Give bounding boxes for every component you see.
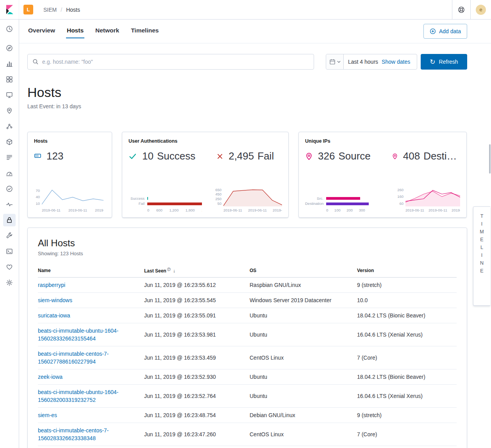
timeline-letter: N (480, 260, 484, 266)
x-tick: 2019-06-11 (95, 208, 104, 212)
breadcrumb-siem[interactable]: SIEM (43, 7, 57, 13)
siem-tab-bar: Overview Hosts Network Timelines Add dat… (19, 20, 491, 43)
host-link[interactable]: beats-ci-immutable-ubuntu-1604-156028332… (38, 328, 118, 342)
sidebar-item-machine-learning[interactable] (3, 120, 16, 133)
success-count: 10 (142, 150, 154, 162)
kpi-card-hosts: Hosts 123 70 40 10 2019 (27, 132, 112, 218)
x-tick: 0 (326, 208, 328, 212)
calendar-button[interactable] (326, 54, 344, 69)
sidebar-item-management[interactable] (3, 276, 16, 289)
auth-area-chart: 650 450 250 50 2019-06-11 2019-06-11 201… (214, 188, 282, 212)
sort-descending-icon: ↓ (173, 268, 175, 274)
console-icon (6, 248, 13, 255)
page-subtitle: Last Event: in 13 days (27, 103, 81, 109)
cross-icon (216, 153, 223, 160)
sidebar-item-discover[interactable] (3, 42, 16, 54)
kibana-logo[interactable] (0, 0, 19, 19)
source-bar (326, 197, 360, 200)
time-range-label: Last 4 hours (348, 59, 378, 65)
timeline-letter: I (481, 221, 482, 227)
host-link[interactable]: suricata-iowa (38, 312, 70, 319)
x-tick: 1,800 (186, 208, 195, 212)
column-header-name: Name (38, 263, 144, 278)
last-seen-cell: Jun 11, 2019 @ 16:23:53.459 (144, 346, 250, 369)
y-tick: 10 (36, 202, 40, 206)
sidebar-item-console[interactable] (3, 245, 16, 258)
x-tick: 2019-06-11 (405, 208, 424, 212)
source-count: 326 (318, 150, 335, 162)
sidebar-item-uptime[interactable] (3, 183, 16, 195)
refresh-button[interactable]: ↻ Refresh (421, 54, 467, 70)
show-dates-link[interactable]: Show dates (382, 59, 410, 65)
kpi-card-unique-ips: Unique IPs 326Source 408Destination Src. (298, 132, 467, 218)
y-tick: 50 (217, 202, 221, 206)
ips-sparkline (405, 188, 460, 206)
tab-network[interactable]: Network (95, 25, 120, 38)
sidebar-item-maps[interactable] (3, 104, 16, 117)
x-tick: 2019-06-11 (42, 208, 61, 212)
kpi-cards-row: Hosts 123 70 40 10 2019 (27, 132, 467, 218)
host-link[interactable]: beats-ci-immutable-centos-7-156028332662… (38, 427, 109, 441)
scrollbar-thumb[interactable] (489, 144, 491, 174)
time-range-field[interactable]: Last 4 hours Show dates (344, 54, 417, 69)
table-row: beats-ci-immutable-centos-7-156028332662… (38, 423, 457, 446)
host-link[interactable]: siem-es (38, 412, 57, 418)
x-tick: 100 (334, 208, 341, 212)
sidebar-item-siem[interactable] (3, 214, 16, 226)
host-link[interactable]: beats-ci-immutable-centos-7-156027788616… (38, 351, 109, 365)
add-data-button[interactable]: Add data (423, 24, 467, 39)
column-header-version: Version (357, 263, 457, 278)
user-avatar[interactable]: e (476, 5, 486, 15)
apm-icon (6, 170, 13, 177)
fail-count: 2,495 (229, 150, 254, 162)
table-row: beats-ci-immutable-ubuntu-1604-156028200… (38, 385, 457, 408)
host-link[interactable]: raspberrypi (38, 282, 65, 288)
column-header-last-seen[interactable]: Last Seenⓘ↓ (144, 263, 250, 278)
x-tick: 2019-06-11 (68, 208, 87, 212)
tab-overview[interactable]: Overview (27, 25, 56, 38)
sidebar-item-apm[interactable] (3, 167, 16, 179)
sidebar-item-heartbeat[interactable] (3, 198, 16, 211)
breadcrumb-current: Hosts (66, 7, 80, 13)
search-icon (32, 59, 39, 65)
y-tick: 650 (215, 188, 221, 192)
y-tick: 250 (215, 197, 221, 201)
last-seen-cell: Jun 11, 2019 @ 16:23:53.981 (144, 323, 250, 346)
success-label: Success (157, 150, 195, 162)
tab-hosts[interactable]: Hosts (66, 25, 84, 38)
sidebar-item-visualize[interactable] (3, 57, 16, 70)
ips-line-chart: 260 160 60 2019-06-11 2019-06-11 2019-06… (396, 188, 460, 212)
column-header-os: OS (250, 263, 357, 278)
sidebar-item-recently-viewed[interactable] (3, 23, 16, 35)
sidebar-item-logs[interactable] (3, 151, 16, 164)
table-row: beats-ci-immutable-ubuntu-1604-156028332… (38, 323, 457, 346)
os-cell: Ubuntu (250, 385, 357, 408)
destination-count: 408 (403, 150, 420, 162)
sidebar-item-infrastructure[interactable] (3, 136, 16, 148)
search-input[interactable] (42, 59, 309, 65)
calendar-icon (329, 59, 336, 65)
all-hosts-title: All Hosts (38, 237, 457, 249)
page-title: Hosts (27, 84, 81, 100)
x-tick: 0 (147, 208, 149, 212)
help-button[interactable] (452, 0, 470, 19)
all-hosts-panel: All Hosts Showing: 123 Hosts Name Last S… (27, 228, 467, 448)
destination-ips-stat: 408Destination (392, 150, 460, 162)
table-row: beats-ci-immutable-centos-7-156027788616… (38, 346, 457, 369)
timeline-toggle-button[interactable]: T I M E L I N E (473, 206, 490, 306)
host-link[interactable]: beats-ci-immutable-ubuntu-1604-156028200… (38, 389, 118, 403)
host-link[interactable]: zeek-iowa (38, 374, 62, 380)
tab-timelines[interactable]: Timelines (130, 25, 159, 38)
timeline-letter: L (480, 245, 483, 250)
sidebar-item-dashboard[interactable] (3, 73, 16, 86)
sidebar-item-dev-tools[interactable] (3, 229, 16, 242)
sidebar-item-canvas[interactable] (3, 89, 16, 101)
sidebar-item-stack-monitoring[interactable] (3, 261, 16, 273)
check-icon (129, 152, 137, 161)
table-header-row: Name Last Seenⓘ↓ OS Version (38, 263, 457, 278)
fail-bar (147, 202, 202, 205)
host-link[interactable]: siem-windows (38, 297, 72, 303)
space-selector-badge[interactable]: L (23, 5, 33, 14)
last-seen-cell: Jun 11, 2019 @ 16:23:55.091 (144, 308, 250, 323)
auth-bar-chart: Success Fail 0 600 1,200 1,800 2,40 (129, 195, 202, 212)
